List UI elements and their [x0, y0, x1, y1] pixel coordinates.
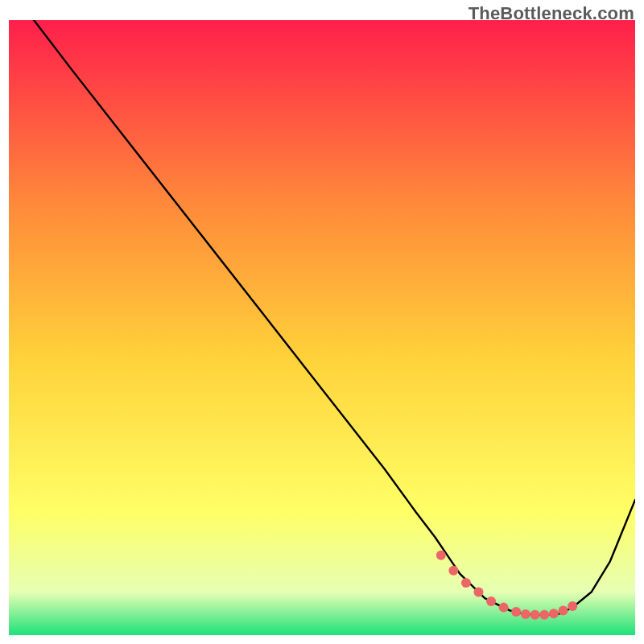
chart-svg	[9, 20, 635, 635]
highlight-marker	[530, 610, 540, 620]
highlight-marker	[461, 578, 471, 588]
chart-plot	[9, 20, 635, 635]
highlight-marker	[539, 610, 549, 620]
highlight-marker	[499, 603, 509, 613]
chart-container: TheBottleneck.com	[0, 0, 644, 644]
highlight-marker	[521, 609, 530, 619]
highlight-marker	[474, 588, 484, 597]
highlight-marker	[568, 601, 577, 611]
highlight-marker	[511, 607, 521, 617]
highlight-marker	[436, 551, 446, 560]
watermark-text: TheBottleneck.com	[469, 3, 634, 24]
highlight-marker	[448, 566, 458, 576]
highlight-marker	[559, 605, 568, 615]
highlight-marker	[549, 609, 559, 618]
highlight-marker	[486, 597, 496, 606]
gradient-background	[9, 20, 635, 635]
